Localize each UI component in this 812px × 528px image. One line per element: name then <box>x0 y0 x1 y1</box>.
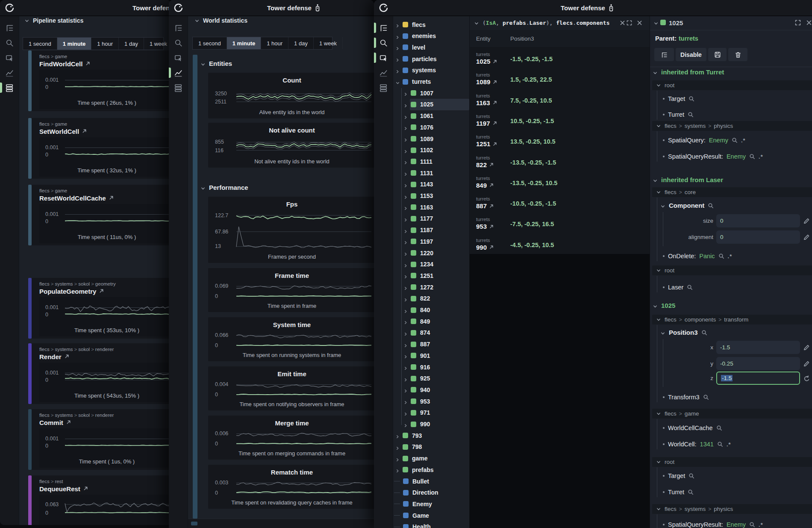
entity-link[interactable]: 1089 <box>476 78 497 86</box>
chevron-right-icon[interactable] <box>403 273 408 278</box>
tree-row-prefabs[interactable]: prefabs <box>393 464 469 475</box>
component-path-bar[interactable]: root <box>652 265 812 275</box>
search-lookup-icon[interactable] <box>687 284 693 290</box>
chevron-right-icon[interactable] <box>403 148 408 153</box>
chart-icon[interactable] <box>174 68 182 77</box>
component-target-link[interactable]: Panic <box>699 253 715 260</box>
tree-row-887[interactable]: 887 <box>393 339 469 350</box>
tree-row-Enemy[interactable]: Enemy <box>393 498 469 510</box>
search-icon[interactable] <box>174 38 182 47</box>
section-scroll-bar[interactable] <box>193 55 197 519</box>
tree-icon[interactable] <box>5 24 14 32</box>
inspector-section-heading[interactable]: inherited from Turret <box>653 68 724 76</box>
entity-link[interactable]: 1251 <box>476 140 497 147</box>
tree-row-1163[interactable]: 1163 <box>393 201 469 213</box>
entity-link[interactable]: 990 <box>476 244 494 251</box>
inspect-icon[interactable] <box>174 53 182 62</box>
external-link-icon[interactable] <box>489 162 494 167</box>
external-link-icon[interactable] <box>489 204 494 209</box>
query-expression[interactable]: (IsA, prefabs.Laser), flecs.components <box>482 20 609 26</box>
search-lookup-icon[interactable] <box>749 522 755 528</box>
tree-row-turrets[interactable]: turrets <box>393 76 469 88</box>
search-icon[interactable] <box>5 38 14 47</box>
chart-icon[interactable] <box>379 68 388 77</box>
open-chart-link-icon[interactable] <box>85 61 91 68</box>
tree-view-button[interactable] <box>654 48 674 61</box>
component-path-bar[interactable]: flecs>components>transform <box>652 315 812 324</box>
field-input-y[interactable]: -0.25 <box>716 357 800 370</box>
external-link-icon[interactable] <box>492 80 497 85</box>
entity-link[interactable]: 1163 <box>476 99 497 106</box>
chevron-right-icon[interactable] <box>403 91 408 95</box>
save-button[interactable] <box>708 48 727 61</box>
external-link-icon[interactable] <box>492 142 497 147</box>
search-lookup-icon[interactable] <box>688 473 694 479</box>
tree-row-1089[interactable]: 1089 <box>393 133 469 145</box>
chevron-right-icon[interactable] <box>395 34 400 38</box>
external-link-icon[interactable] <box>489 224 494 229</box>
chevron-right-icon[interactable] <box>403 376 408 381</box>
tree-row-1187[interactable]: 1187 <box>393 224 469 236</box>
chevron-down-icon[interactable] <box>395 80 400 84</box>
chevron-right-icon[interactable] <box>403 182 408 187</box>
titlebar[interactable]: Tower defense <box>0 0 171 16</box>
tree-row-particles[interactable]: particles <box>393 53 469 65</box>
field-input-z[interactable]: -1.5 <box>716 372 800 385</box>
chevron-right-icon[interactable] <box>403 285 408 289</box>
tree-row-1177[interactable]: 1177 <box>393 213 469 224</box>
entity-link[interactable]: 849 <box>476 182 494 189</box>
disable-button[interactable]: Disable <box>676 48 706 61</box>
section-header-performance[interactable]: Performance <box>200 184 248 191</box>
edit-pencil-icon[interactable] <box>803 360 809 367</box>
chevron-right-icon[interactable] <box>403 262 408 267</box>
external-link-icon[interactable] <box>489 245 494 250</box>
search-icon[interactable] <box>379 38 388 47</box>
tree-row-level[interactable]: level <box>393 41 469 53</box>
search-lookup-icon[interactable] <box>701 330 707 336</box>
tree-icon[interactable] <box>379 24 388 32</box>
component-expandable[interactable]: Component <box>660 202 714 209</box>
tree-row-1061[interactable]: 1061 <box>393 110 469 122</box>
open-chart-link-icon[interactable] <box>99 288 104 295</box>
chevron-right-icon[interactable] <box>403 296 408 301</box>
tab-1-second[interactable]: 1 second <box>193 37 227 49</box>
tree-row-Bullet[interactable]: Bullet <box>393 475 469 487</box>
open-chart-link-icon[interactable] <box>82 128 87 135</box>
chevron-down-icon[interactable] <box>474 20 479 25</box>
external-link-icon[interactable] <box>492 100 497 105</box>
search-lookup-icon[interactable] <box>718 253 724 259</box>
tab-1-week[interactable]: 1 week <box>144 38 171 50</box>
chevron-right-icon[interactable] <box>395 45 400 50</box>
component-path-bar[interactable]: flecs>core <box>652 187 812 197</box>
search-lookup-icon[interactable] <box>708 203 714 209</box>
tree-row-916[interactable]: 916 <box>393 361 469 373</box>
open-chart-link-icon[interactable] <box>64 354 70 360</box>
external-link-icon[interactable] <box>492 121 497 126</box>
tab-1-hour[interactable]: 1 hour <box>261 37 288 49</box>
tab-1-day[interactable]: 1 day <box>288 37 314 49</box>
panel-header-world-statistics[interactable]: World statistics <box>194 17 247 24</box>
section-header-entities[interactable]: Entities <box>200 60 232 67</box>
close-icon[interactable] <box>806 19 812 26</box>
tab-1-hour[interactable]: 1 hour <box>91 38 119 50</box>
chevron-right-icon[interactable] <box>395 433 400 438</box>
component-path-bar[interactable]: root <box>652 457 812 467</box>
component-path-bar[interactable]: flecs>systems>physics <box>652 504 812 514</box>
parent-link[interactable]: turrets <box>679 35 698 42</box>
component-path-bar[interactable]: flecs>systems>physics <box>652 121 812 131</box>
chevron-right-icon[interactable] <box>403 216 408 221</box>
tree-row-flecs[interactable]: flecs <box>393 19 469 30</box>
field-input-x[interactable]: -1.5 <box>716 341 800 354</box>
panel-header-pipeline-statistics[interactable]: Pipeline statistics <box>24 17 83 24</box>
open-chart-link-icon[interactable] <box>109 195 114 202</box>
entity-link[interactable]: 822 <box>476 161 494 168</box>
open-chart-link-icon[interactable] <box>66 419 71 426</box>
inspect-icon[interactable] <box>379 53 388 62</box>
tree-row-940[interactable]: 940 <box>393 384 469 395</box>
chevron-right-icon[interactable] <box>403 353 408 358</box>
inspector-section-heading[interactable]: 1025 <box>653 302 675 309</box>
entity-link[interactable]: 953 <box>476 223 494 230</box>
external-link-icon[interactable] <box>492 59 497 64</box>
chevron-right-icon[interactable] <box>403 102 408 107</box>
chevron-right-icon[interactable] <box>403 194 408 198</box>
